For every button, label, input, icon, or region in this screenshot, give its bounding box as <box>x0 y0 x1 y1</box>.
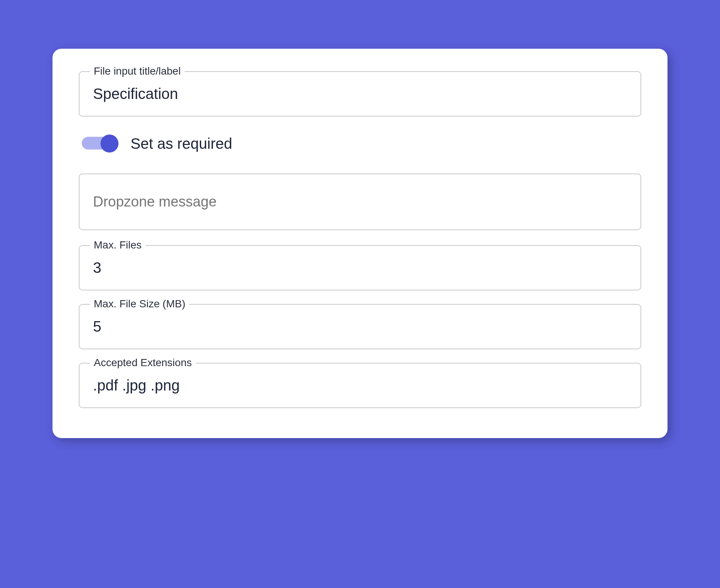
maxsize-input[interactable] <box>93 318 627 335</box>
maxsize-label: Max. File Size (MB) <box>90 298 189 310</box>
settings-card: File input title/label Set as required M… <box>52 49 668 438</box>
required-toggle-row: Set as required <box>79 135 641 153</box>
dropzone-input[interactable] <box>93 194 627 210</box>
title-input[interactable] <box>93 85 627 102</box>
title-field-group: File input title/label <box>79 71 641 117</box>
required-toggle[interactable] <box>82 135 118 153</box>
title-field-wrap[interactable]: File input title/label <box>79 71 641 117</box>
extensions-label: Accepted Extensions <box>90 357 196 369</box>
maxsize-field-wrap[interactable]: Max. File Size (MB) <box>79 304 641 349</box>
required-label: Set as required <box>130 135 232 152</box>
extensions-field-group: Accepted Extensions <box>79 363 641 408</box>
title-label: File input title/label <box>90 65 184 77</box>
maxsize-field-group: Max. File Size (MB) <box>79 304 641 349</box>
maxfiles-label: Max. Files <box>90 239 146 251</box>
maxfiles-field-group: Max. Files <box>79 245 641 290</box>
extensions-input[interactable] <box>93 377 627 394</box>
extensions-field-wrap[interactable]: Accepted Extensions <box>79 363 641 408</box>
maxfiles-input[interactable] <box>93 259 627 276</box>
maxfiles-field-wrap[interactable]: Max. Files <box>79 245 641 290</box>
toggle-thumb-icon <box>100 135 118 153</box>
dropzone-field-wrap[interactable] <box>79 174 641 230</box>
